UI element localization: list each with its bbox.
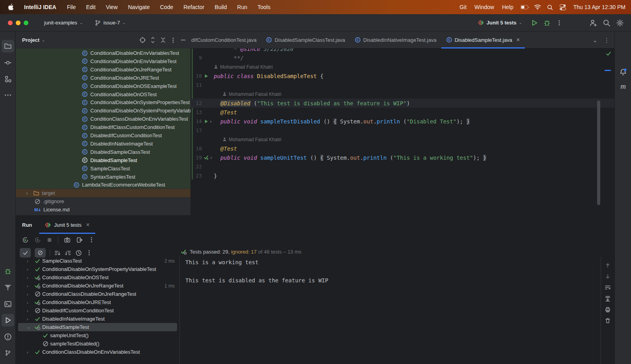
expand-all-icon[interactable] <box>149 37 156 43</box>
run-line-icon[interactable] <box>204 74 209 78</box>
test-tree-row[interactable]: ⌄DisabledSampleTest <box>16 323 179 331</box>
editor-tab-difcustomconditiontest-java[interactable]: dIfCustomConditionTest.java <box>190 32 261 48</box>
debug-tool-window-button[interactable] <box>2 265 14 278</box>
tree-item-class[interactable]: CDisabledIfCustomConditionTest <box>16 131 190 140</box>
fold-chevron-icon[interactable]: › <box>209 119 212 124</box>
test-tree-row[interactable]: ›DisabledInNativeImageTest <box>16 315 179 323</box>
author-name[interactable]: Mohammad Faisal Khatri <box>229 137 281 142</box>
import-icon[interactable] <box>65 250 71 256</box>
tree-item-class[interactable]: CConditionalDisableOnOSExampleTest <box>16 82 190 90</box>
menu-item-intellij-idea[interactable]: IntelliJ IDEA <box>19 4 62 10</box>
menu-item-help[interactable]: Help <box>498 4 517 10</box>
more-icon[interactable] <box>88 237 95 243</box>
author-name[interactable]: Mohammad Faisal Khatri <box>229 91 281 97</box>
tree-item-class[interactable]: CConditionClassDisableOnEnvVariablesTest <box>16 115 190 123</box>
tree-item-class[interactable]: CSampleClassTest <box>16 164 190 173</box>
tree-item-class[interactable]: CDisabledInNativeImageTest <box>16 140 190 148</box>
test-tree-row[interactable]: ›ConditionalDisableOnSystemPropertyVaria… <box>16 265 179 273</box>
spotlight-search-icon[interactable] <box>546 4 554 10</box>
kebab-menu-icon[interactable]: ⋮ <box>604 37 610 43</box>
test-tree-row[interactable]: ›ConditionalClassDisableOnJreRangeTest <box>16 290 179 298</box>
services-tool-window-button[interactable] <box>2 281 14 294</box>
tree-item-class[interactable]: CConditionalDisableOnSystemPropertyVaria… <box>16 106 190 115</box>
softwrap-icon[interactable] <box>605 284 611 291</box>
close-window-button[interactable] <box>8 21 13 25</box>
project-tool-window-button[interactable] <box>2 40 14 52</box>
print-icon[interactable] <box>605 306 611 313</box>
test-tree-row[interactable]: ›SampleClassTest2 ms <box>16 257 179 265</box>
locate-icon[interactable] <box>139 37 146 43</box>
structure-tool-window-button[interactable] <box>2 73 14 85</box>
tree-item-file[interactable]: MLicense.md <box>16 205 190 214</box>
test-tree-row[interactable]: ›ConditionalDisableOnJreRangeTest1 ms <box>16 282 179 290</box>
debug-button[interactable] <box>543 19 551 26</box>
export-icon[interactable] <box>76 237 83 243</box>
close-icon[interactable]: ✕ <box>86 222 90 228</box>
author-name[interactable]: Mohammad Faisal Khatri <box>220 64 273 70</box>
tree-item-class[interactable]: CConditionalDisableOnJreRangeTest <box>16 65 190 74</box>
menu-item-tools[interactable]: Tools <box>252 4 276 10</box>
tree-item-class[interactable]: CSyntaxSamplesTest <box>16 173 190 181</box>
menu-bar-clock[interactable]: Thu 13 Apr 12:30 PM <box>570 4 625 10</box>
more-icon[interactable] <box>86 250 92 256</box>
control-center-icon[interactable] <box>558 4 567 10</box>
up-icon[interactable] <box>605 262 611 269</box>
scroll-end-icon[interactable] <box>605 295 611 302</box>
problems-tool-window-button[interactable] <box>2 330 14 343</box>
menu-item-window[interactable]: Window <box>470 4 498 10</box>
tree-item-class[interactable]: CConditionalDisableOnEnvVariablesTest <box>16 49 190 57</box>
menu-item-edit[interactable]: Edit <box>81 4 101 10</box>
menu-item-refactor[interactable]: Refactor <box>178 4 209 10</box>
console-output[interactable]: This is a working testThis test is disab… <box>179 257 601 364</box>
notifications-bell-icon[interactable] <box>617 66 629 78</box>
tree-item-class[interactable]: CConditionalDisableOnJRETest <box>16 74 190 82</box>
zoom-window-button[interactable] <box>24 21 28 25</box>
menu-item-navigate[interactable]: Navigate <box>123 4 155 10</box>
test-passed-run-icon[interactable] <box>204 155 209 160</box>
maven-tool-window-button[interactable]: m <box>615 82 631 91</box>
code-editor[interactable]: * @since 5/22/20209 **/Mohammad Faisal K… <box>190 49 614 215</box>
collapse-all-icon[interactable] <box>160 37 166 43</box>
filter-pass-toggle[interactable] <box>20 248 31 258</box>
tree-item-class[interactable]: CDisabledSampleClassTest <box>16 148 190 156</box>
run-button[interactable] <box>531 19 538 26</box>
run-panel-label[interactable]: Run <box>16 222 39 228</box>
more-tool-window-button[interactable] <box>2 89 14 101</box>
vcs-branch-widget[interactable]: issue-7⌄ <box>91 18 129 28</box>
test-tree-row[interactable]: ›ConditionClassDisableOnEnvVariablesTest <box>16 348 179 356</box>
chevron-right-icon[interactable]: › <box>27 259 34 263</box>
menu-item-code[interactable]: Code <box>155 4 178 10</box>
chevron-right-icon[interactable]: › <box>27 300 34 305</box>
editor-tab-disabledinnativeimagetest-java[interactable]: CDisabledInNativeImageTest.java <box>350 32 441 48</box>
minimize-window-button[interactable] <box>16 21 21 25</box>
more-actions-icon[interactable] <box>556 20 562 26</box>
test-tree-row[interactable]: ›ConditionalDisableOnOSTest <box>16 273 179 282</box>
editor-tab-disabledsampleclasstest-java[interactable]: CDisabledSampleClassTest.java <box>261 32 349 48</box>
menu-item-file[interactable]: File <box>62 4 81 10</box>
menu-item-git[interactable]: Git <box>456 4 470 10</box>
chevron-right-icon[interactable]: › <box>27 267 34 272</box>
more-icon[interactable] <box>170 37 176 43</box>
commit-tool-window-button[interactable] <box>2 56 14 69</box>
hide-icon[interactable] <box>180 37 187 43</box>
terminal-tool-window-button[interactable] <box>2 298 14 310</box>
project-panel-title[interactable]: Project <box>22 37 39 43</box>
close-icon[interactable]: ✕ <box>516 37 520 43</box>
chevron-right-icon[interactable]: › <box>27 292 34 297</box>
run-tool-window-button[interactable] <box>2 314 14 327</box>
chevron-right-icon[interactable]: › <box>27 317 34 321</box>
run-tab-junit5[interactable]: Junit 5 tests ✕ <box>39 216 95 234</box>
rerun-failed-icon[interactable] <box>34 237 41 243</box>
chevron-down-icon[interactable]: ⌄ <box>27 325 34 330</box>
trash-icon[interactable] <box>605 317 611 324</box>
stop-icon[interactable] <box>47 237 52 243</box>
sort-duration-icon[interactable] <box>54 250 61 256</box>
editor-tab-disabledsampletest-java[interactable]: CDisabledSampleTest.java✕ <box>441 32 525 48</box>
git-branch-tool-window-button[interactable] <box>2 347 14 359</box>
tree-item-class[interactable]: CConditionalDisableOnSystemPropertiesTes… <box>16 98 190 106</box>
chevron-down-icon[interactable]: ⌄ <box>592 37 597 43</box>
test-tree-row[interactable]: ›DisabledIfCustomConditionTest <box>16 306 179 315</box>
rerun-icon[interactable] <box>22 237 29 243</box>
chevron-right-icon[interactable]: › <box>27 308 34 313</box>
chevron-right-icon[interactable]: › <box>27 275 34 280</box>
